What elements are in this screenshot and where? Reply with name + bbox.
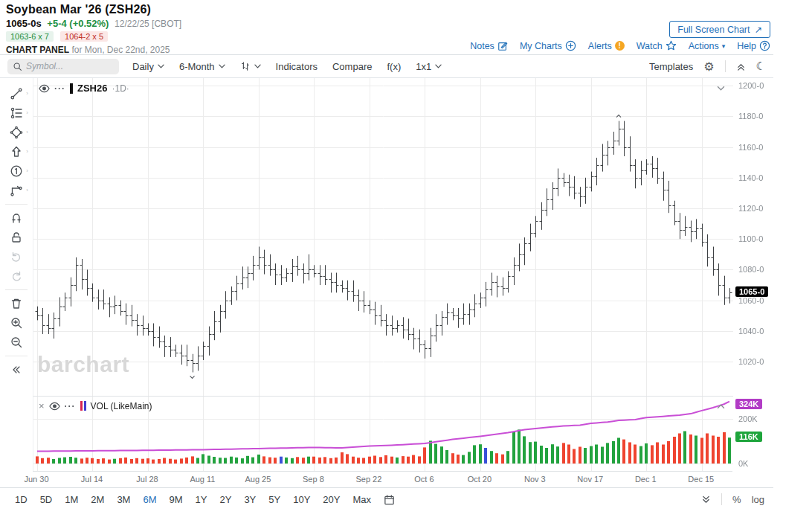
full-screen-chart-button[interactable]: Full Screen Chart ↗ bbox=[669, 21, 770, 38]
tool-magnet[interactable] bbox=[4, 208, 29, 228]
price-axis[interactable]: 1200-01180-01160-01140-01120-01100-01080… bbox=[732, 78, 773, 487]
watch-link[interactable]: Watch bbox=[637, 40, 677, 51]
tool-lock[interactable] bbox=[4, 228, 29, 247]
range-button-5d[interactable]: 5D bbox=[40, 494, 53, 505]
last-price: 1065-0s bbox=[6, 18, 42, 29]
tool-zoom-out[interactable] bbox=[4, 333, 29, 352]
price-axis-tick: 1140-0 bbox=[738, 173, 763, 182]
symbol-search[interactable] bbox=[7, 59, 119, 74]
zoom-in-icon bbox=[10, 316, 23, 330]
price-chart-canvas[interactable] bbox=[33, 78, 733, 396]
time-axis-label: Nov 3 bbox=[524, 475, 546, 484]
quote-date-exchange: 12/22/25 [CBOT] bbox=[115, 19, 181, 29]
shapes-icon bbox=[10, 126, 23, 139]
percent-scale-button[interactable]: % bbox=[732, 494, 741, 505]
header: Soybean Mar '26 (ZSH26) 1065-0s +5-4 (+0… bbox=[0, 0, 773, 55]
tool-redo[interactable] bbox=[4, 266, 29, 286]
symbol-search-input[interactable] bbox=[26, 61, 108, 71]
plot-area: Jun 30Jul 14Jul 28Aug 11Aug 25Sep 8Sep 2… bbox=[33, 78, 732, 487]
dark-mode-moon-icon[interactable]: ☾ bbox=[756, 60, 766, 73]
series-menu-dots[interactable]: ··· bbox=[54, 83, 65, 94]
time-axis-label: Jul 28 bbox=[136, 475, 158, 484]
bottom-toolbar: 1D5D1M2M3M6M9M1Y2Y3Y5Y10Y20YMax % log bbox=[0, 487, 773, 510]
tool-trendline[interactable]: › bbox=[4, 84, 29, 103]
time-axis-label: Jul 14 bbox=[81, 475, 103, 484]
eye-icon[interactable] bbox=[39, 84, 50, 93]
notes-link[interactable]: Notes bbox=[470, 41, 508, 51]
range-button-max[interactable]: Max bbox=[352, 494, 371, 505]
range-button-1d[interactable]: 1D bbox=[15, 494, 28, 505]
bid-chip: 1063-6 x 7 bbox=[6, 31, 54, 42]
range-button-10y[interactable]: 10Y bbox=[293, 494, 310, 505]
tool-shapes[interactable]: › bbox=[4, 123, 29, 142]
range-button-3m[interactable]: 3M bbox=[117, 494, 130, 505]
price-axis-tick: 1200-0 bbox=[738, 81, 764, 90]
log-scale-button[interactable]: log bbox=[752, 494, 764, 505]
range-button-2y[interactable]: 2Y bbox=[219, 494, 231, 505]
range-button-2m[interactable]: 2M bbox=[91, 494, 104, 505]
range-button-6m[interactable]: 6M bbox=[143, 494, 156, 505]
time-axis-label: Aug 11 bbox=[190, 475, 215, 484]
tool-annotation[interactable]: › bbox=[4, 161, 29, 181]
volume-badge: 116K bbox=[735, 432, 762, 442]
main-pane-chevron-icon[interactable] bbox=[717, 86, 725, 91]
range-button-20y[interactable]: 20Y bbox=[323, 494, 340, 505]
eye-icon[interactable] bbox=[49, 402, 60, 411]
range-button-3y[interactable]: 3Y bbox=[244, 494, 256, 505]
range-button-1m[interactable]: 1M bbox=[65, 494, 78, 505]
price-axis-tick: 1020-0 bbox=[738, 357, 764, 366]
settings-gear-icon[interactable]: ⚙ bbox=[703, 60, 714, 74]
collapse-up-icon[interactable] bbox=[736, 62, 746, 71]
series-color-swatch bbox=[70, 83, 73, 94]
time-axis-label: Dec 15 bbox=[688, 475, 714, 484]
panel-label: CHART PANEL bbox=[6, 45, 69, 55]
period-dropdown[interactable]: Daily bbox=[132, 61, 164, 72]
tool-undo[interactable] bbox=[4, 247, 29, 266]
trendline-icon bbox=[10, 87, 23, 100]
tool-arrow[interactable]: › bbox=[4, 142, 29, 161]
divider bbox=[5, 289, 28, 290]
chart-panel-page: Soybean Mar '26 (ZSH26) 1065-0s +5-4 (+0… bbox=[0, 0, 773, 510]
time-axis[interactable]: Jun 30Jul 14Jul 28Aug 11Aug 25Sep 8Sep 2… bbox=[33, 471, 732, 487]
calendar-icon[interactable] bbox=[384, 494, 395, 505]
fx-button[interactable]: f(x) bbox=[387, 61, 401, 72]
submenu-chevron-icon: › bbox=[26, 90, 28, 97]
tool-fibonacci[interactable]: › bbox=[4, 103, 29, 123]
grid-layout-dropdown[interactable]: 1x1 bbox=[416, 61, 442, 72]
last-price-badge: 1065-0 bbox=[735, 286, 768, 297]
ask-chip: 1064-2 x 5 bbox=[60, 31, 108, 42]
double-chevron-left-icon bbox=[10, 364, 22, 376]
volume-legend: × ··· VOL (LikeMain) bbox=[39, 400, 152, 411]
magnet-icon bbox=[10, 211, 23, 225]
page-title: Soybean Mar '26 (ZSH26) bbox=[6, 3, 767, 16]
indicators-button[interactable]: Indicators bbox=[276, 61, 318, 72]
compare-button[interactable]: Compare bbox=[332, 61, 372, 72]
tool-collapse-sidebar[interactable] bbox=[4, 360, 29, 379]
my-charts-link[interactable]: My Charts bbox=[520, 40, 576, 51]
alerts-link[interactable]: Alerts ! bbox=[588, 41, 625, 51]
double-chevron-down-icon[interactable] bbox=[701, 495, 711, 504]
range-button-1y[interactable]: 1Y bbox=[196, 494, 207, 505]
close-icon[interactable]: × bbox=[39, 400, 45, 411]
undo-icon bbox=[10, 250, 23, 263]
range-button-5y[interactable]: 5Y bbox=[268, 494, 280, 505]
range-dropdown[interactable]: 6-Month bbox=[179, 61, 225, 72]
volume-pane-chevron-icon[interactable] bbox=[717, 404, 725, 409]
chevron-down-icon: ▾ bbox=[722, 42, 726, 50]
series-interval: ·1D· bbox=[112, 83, 129, 94]
templates-button[interactable]: Templates bbox=[649, 61, 693, 72]
volume-menu-dots[interactable]: ··· bbox=[65, 401, 76, 411]
tool-delete[interactable] bbox=[4, 294, 29, 313]
actions-menu[interactable]: Actions ▾ bbox=[689, 41, 726, 51]
bar-style-dropdown[interactable] bbox=[240, 61, 261, 71]
divider bbox=[5, 204, 28, 205]
price-axis-tick: 1060-0 bbox=[738, 296, 764, 305]
time-axis-label: Oct 20 bbox=[468, 475, 492, 484]
open-interest-badge: 324K bbox=[735, 399, 762, 409]
range-button-9m[interactable]: 9M bbox=[170, 494, 183, 505]
help-link[interactable]: Help bbox=[737, 40, 770, 51]
tool-projection[interactable]: › bbox=[4, 181, 29, 200]
tool-zoom-in[interactable] bbox=[4, 313, 29, 333]
header-links: Notes My Charts Alerts ! Watch Actions ▾… bbox=[470, 40, 770, 51]
external-link-icon: ↗ bbox=[755, 24, 762, 35]
